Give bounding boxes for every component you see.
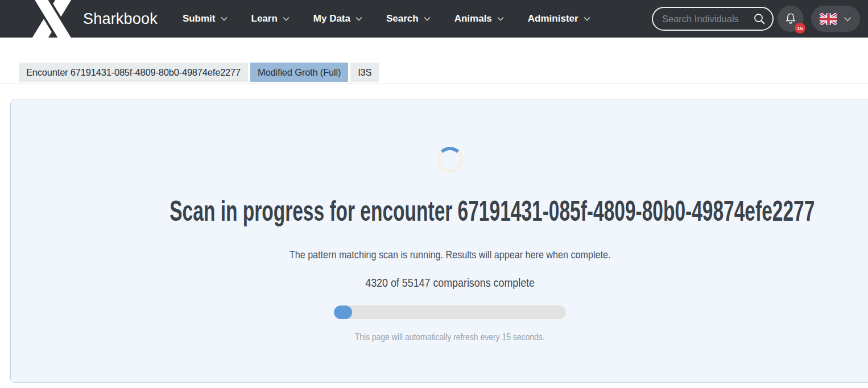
scan-description-text: The pattern matching scan is running. Re…	[290, 249, 611, 261]
nav-label: Learn	[251, 13, 278, 24]
chevron-down-icon	[356, 16, 362, 21]
tab-i3s[interactable]: I3S	[350, 63, 379, 82]
nav-label: Search	[386, 13, 419, 24]
x-logo-icon	[30, 0, 75, 38]
notification-count-badge: 15	[795, 23, 805, 34]
search-input[interactable]	[662, 14, 753, 24]
tab-encounter[interactable]: Encounter 67191431-085f-4809-80b0-49874e…	[19, 63, 248, 82]
chevron-down-icon	[844, 16, 852, 22]
chevron-down-icon	[283, 16, 290, 21]
nav-label: My Data	[313, 13, 350, 24]
chevron-down-icon	[221, 16, 228, 21]
scan-progress-panel: Scan in progress for encounter 67191431-…	[10, 100, 868, 383]
nav-label: Administer	[528, 13, 578, 24]
scan-tab-bar: Encounter 67191431-085f-4809-80b0-49874e…	[0, 63, 868, 84]
tab-modified-groth[interactable]: Modified Groth (Full)	[250, 63, 348, 82]
auto-refresh-note: This page will automatically refresh eve…	[11, 332, 868, 343]
nav-item-learn[interactable]: Learn	[251, 13, 290, 24]
nav-label: Submit	[183, 13, 216, 24]
language-selector[interactable]	[811, 6, 860, 32]
auto-refresh-note-text: This page will automatically refresh eve…	[355, 332, 545, 343]
comparisons-progress-label: 4320 of 55147 comparisons complete	[11, 276, 868, 290]
sharkbook-logo[interactable]	[30, 0, 75, 38]
top-navbar: Sharkbook Submit Learn My Data Search	[0, 0, 868, 38]
nav-item-administer[interactable]: Administer	[528, 13, 590, 24]
scan-description: The pattern matching scan is running. Re…	[11, 249, 868, 261]
progress-bar	[334, 306, 566, 319]
nav-item-animals[interactable]: Animals	[454, 13, 504, 24]
loading-spinner-icon	[437, 147, 463, 173]
main-nav: Submit Learn My Data Search Animals	[183, 13, 590, 24]
brand-title[interactable]: Sharkbook	[83, 10, 158, 28]
search-icon[interactable]	[753, 13, 766, 25]
comparisons-progress-text: 4320 of 55147 comparisons complete	[365, 276, 535, 290]
nav-item-my-data[interactable]: My Data	[313, 13, 362, 24]
uk-flag-icon	[820, 13, 837, 25]
chevron-down-icon	[584, 16, 590, 21]
chevron-down-icon	[424, 16, 431, 21]
scan-heading-text: Scan in progress for encounter 67191431-…	[170, 196, 815, 227]
notifications-button[interactable]: 15	[778, 6, 804, 32]
navbar-right-group: 15	[652, 6, 860, 32]
progress-fill	[334, 306, 352, 319]
chevron-down-icon	[497, 16, 504, 21]
bell-icon	[784, 12, 797, 26]
individual-search-box[interactable]	[652, 7, 774, 31]
nav-label: Animals	[454, 13, 492, 24]
nav-item-submit[interactable]: Submit	[183, 13, 228, 24]
scan-heading: Scan in progress for encounter 67191431-…	[11, 196, 868, 227]
nav-item-search[interactable]: Search	[386, 13, 431, 24]
